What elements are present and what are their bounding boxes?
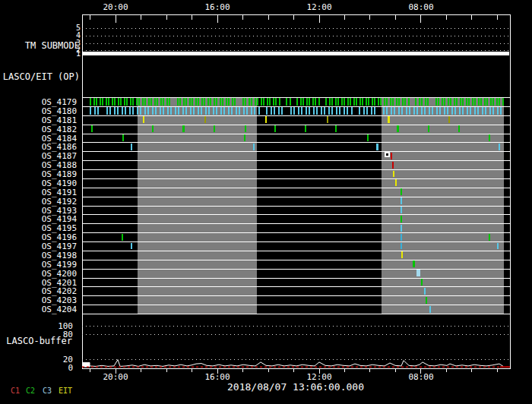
event-tick bbox=[246, 107, 248, 114]
event-tick bbox=[193, 107, 195, 114]
event-tick bbox=[416, 107, 418, 114]
row-separator bbox=[82, 305, 510, 305]
row-separator bbox=[82, 169, 510, 170]
event-tick bbox=[451, 107, 453, 114]
event-tick bbox=[448, 98, 449, 105]
event-tick bbox=[302, 98, 304, 105]
event-tick bbox=[460, 98, 461, 105]
os-row-label: OS_4180 bbox=[0, 107, 77, 115]
event-tick bbox=[467, 107, 468, 114]
tm-value-line bbox=[82, 52, 509, 55]
event-tick bbox=[439, 107, 441, 114]
event-tick bbox=[395, 179, 397, 186]
event-tick bbox=[351, 107, 353, 114]
event-tick bbox=[298, 107, 299, 114]
time-label-bottom: 08:00 bbox=[408, 373, 433, 381]
event-tick bbox=[454, 107, 456, 114]
event-tick bbox=[402, 98, 404, 105]
event-tick bbox=[329, 98, 331, 105]
os-row-label: OS_4201 bbox=[0, 279, 77, 287]
event-tick bbox=[306, 98, 308, 105]
time-tick-bottom bbox=[344, 369, 345, 372]
time-tick-top bbox=[369, 15, 370, 20]
event-tick bbox=[444, 98, 445, 105]
event-tick bbox=[216, 98, 217, 105]
event-tick bbox=[339, 107, 340, 114]
axis-right-line bbox=[510, 14, 511, 369]
tm-ytick-label: 1 bbox=[0, 50, 81, 58]
event-tick bbox=[244, 134, 245, 141]
event-tick bbox=[428, 125, 429, 132]
axis-left-line bbox=[82, 14, 83, 368]
event-tick bbox=[478, 98, 480, 105]
time-tick-bottom bbox=[141, 369, 141, 372]
event-tick bbox=[368, 98, 369, 105]
event-tick bbox=[131, 243, 132, 250]
time-tick-bottom bbox=[268, 369, 269, 372]
event-tick bbox=[327, 116, 328, 123]
plot-area: 20:0020:0016:0016:0012:0012:0008:0008:00… bbox=[0, 0, 532, 404]
event-tick bbox=[286, 98, 287, 105]
time-tick-top bbox=[166, 15, 167, 20]
event-tick bbox=[447, 107, 448, 114]
event-tick bbox=[293, 107, 295, 114]
event-tick bbox=[132, 107, 134, 114]
event-tick bbox=[132, 98, 134, 105]
time-tick-top bbox=[471, 15, 472, 20]
event-tick bbox=[500, 107, 502, 114]
event-tick bbox=[189, 98, 191, 105]
event-tick bbox=[432, 107, 433, 114]
event-tick bbox=[454, 98, 455, 105]
event-tick bbox=[178, 107, 179, 114]
event-tick bbox=[122, 234, 123, 241]
time-tick-top bbox=[268, 15, 269, 20]
event-tick bbox=[394, 107, 395, 114]
event-tick bbox=[222, 98, 223, 105]
row-separator bbox=[82, 251, 510, 251]
event-tick bbox=[496, 98, 498, 105]
event-tick bbox=[448, 116, 450, 123]
tm-dotted-gridline bbox=[82, 50, 510, 51]
event-tick bbox=[143, 116, 144, 123]
event-tick bbox=[374, 107, 375, 114]
event-tick bbox=[435, 98, 437, 105]
event-tick bbox=[424, 107, 426, 114]
event-tick bbox=[324, 107, 325, 114]
row-separator bbox=[82, 286, 510, 287]
os-row-label: OS_4193 bbox=[0, 207, 77, 215]
row-separator bbox=[82, 278, 510, 279]
event-tick bbox=[228, 98, 230, 105]
event-tick bbox=[182, 125, 185, 132]
event-tick bbox=[415, 98, 416, 105]
event-tick bbox=[152, 125, 154, 132]
event-tick bbox=[316, 107, 318, 114]
os-row-label: OS_4200 bbox=[0, 270, 77, 278]
event-tick bbox=[231, 107, 233, 114]
event-tick bbox=[179, 98, 181, 105]
event-tick bbox=[466, 98, 467, 105]
event-tick bbox=[166, 98, 168, 105]
event-tick bbox=[413, 260, 415, 267]
event-tick bbox=[136, 98, 138, 105]
event-tick bbox=[350, 98, 351, 105]
os-row-label: OS_4199 bbox=[0, 260, 77, 269]
buffer-start-block bbox=[82, 362, 90, 367]
event-tick bbox=[425, 98, 426, 105]
event-tick bbox=[129, 107, 131, 114]
event-tick bbox=[126, 98, 128, 105]
event-tick bbox=[108, 98, 109, 105]
event-tick bbox=[208, 107, 210, 114]
event-tick bbox=[122, 107, 123, 114]
event-tick bbox=[106, 98, 107, 105]
event-tick bbox=[386, 107, 388, 114]
event-tick bbox=[309, 98, 310, 105]
event-tick bbox=[223, 107, 225, 114]
event-tick bbox=[444, 107, 445, 114]
event-tick bbox=[366, 107, 368, 114]
event-tick bbox=[97, 107, 99, 114]
event-tick bbox=[106, 107, 108, 114]
event-tick bbox=[114, 98, 116, 105]
event-tick bbox=[401, 225, 402, 232]
os-row-label: OS_4203 bbox=[0, 296, 77, 305]
event-tick bbox=[474, 107, 476, 114]
